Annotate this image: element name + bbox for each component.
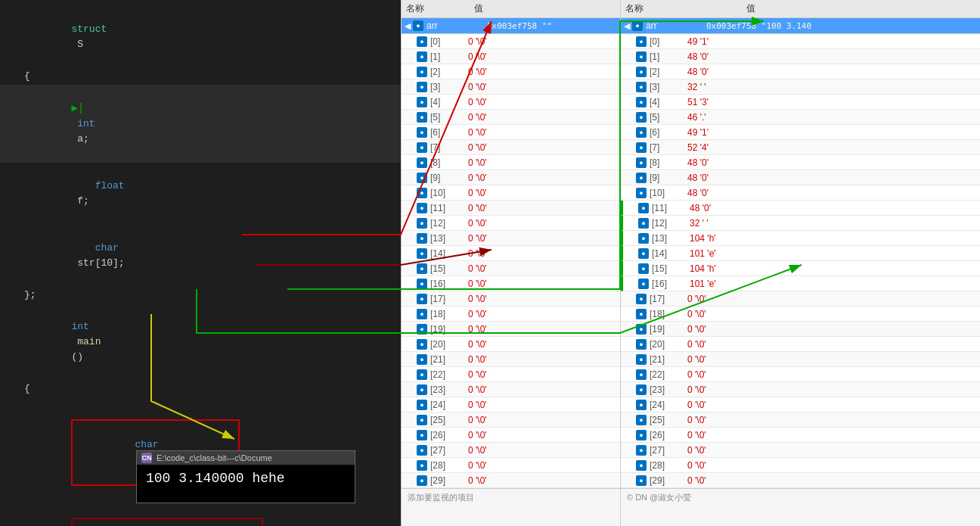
right-items-list: ● [0] 49 '1' ● [1] 48 '0' ● [2] 48 '0' ●… bbox=[621, 34, 980, 488]
row-icon: ● bbox=[417, 112, 427, 123]
middle-watch-row: ● [23] 0 '\0' bbox=[402, 382, 620, 397]
row-icon: ● bbox=[417, 188, 427, 198]
code-line-float: float f; bbox=[0, 163, 401, 225]
right-watch-row: ● [10] 48 '0' bbox=[621, 185, 980, 201]
row-icon: ● bbox=[638, 203, 649, 213]
right-watch-row: ● [0] 49 '1' bbox=[621, 34, 980, 49]
middle-watch-row: ● [12] 0 '\0' bbox=[402, 216, 620, 231]
right-watch-row: ● [1] 48 '0' bbox=[621, 49, 980, 64]
row-icon: ● bbox=[636, 67, 647, 77]
code-line-char-str: char str[10]; bbox=[0, 225, 401, 287]
row-icon: ● bbox=[636, 157, 647, 168]
middle-watch-row: ● [5] 0 '\0' bbox=[402, 110, 620, 125]
row-icon: ● bbox=[638, 248, 649, 259]
right-watch-row: ● [23] 0 '\0' bbox=[621, 382, 980, 397]
row-icon: ● bbox=[636, 369, 647, 380]
row-icon: ● bbox=[636, 415, 647, 425]
code-line-brace1: { bbox=[0, 68, 401, 85]
middle-watch-row: ● [7] 0 '\0' bbox=[402, 140, 620, 155]
middle-watch-row: ● [13] 0 '\0' bbox=[402, 231, 620, 246]
middle-watch-row: ● [18] 0 '\0' bbox=[402, 307, 620, 322]
middle-watch-row: ● [3] 0 '\0' bbox=[402, 79, 620, 95]
row-icon: ● bbox=[417, 82, 427, 92]
code-line-int-a: ▶| int a; bbox=[0, 85, 401, 163]
row-icon: ● bbox=[417, 475, 427, 486]
middle-watch-row: ● [14] 0 '\0' bbox=[402, 246, 620, 261]
middle-watch-row: ● [11] 0 '\0' bbox=[402, 201, 620, 216]
right-watch-row: ● [25] 0 '\0' bbox=[621, 412, 980, 428]
middle-watch-row: ● [24] 0 '\0' bbox=[402, 397, 620, 412]
middle-watch-row: ● [19] 0 '\0' bbox=[402, 322, 620, 337]
middle-watch-row: ● [22] 0 '\0' bbox=[402, 367, 620, 382]
middle-watch-row: ● [28] 0 '\0' bbox=[402, 458, 620, 473]
row-icon: ● bbox=[417, 173, 427, 183]
row-icon: ● bbox=[636, 384, 647, 395]
row-icon: ● bbox=[417, 324, 427, 335]
row-icon: ● bbox=[417, 157, 427, 168]
right-watch-row: ● [22] 0 '\0' bbox=[621, 367, 980, 382]
row-icon: ● bbox=[417, 263, 427, 274]
right-watch-row: ● [7] 52 '4' bbox=[621, 140, 980, 155]
watch-header: 名称 值 bbox=[402, 0, 620, 18]
row-icon: ● bbox=[636, 51, 647, 62]
collapse-icon: ◀ bbox=[405, 21, 411, 31]
middle-watch-row: ● [10] 0 '\0' bbox=[402, 185, 620, 201]
row-icon: ● bbox=[636, 82, 647, 92]
terminal-window: CN E:\code_c\class-bit---c\Docume 100 3.… bbox=[136, 450, 355, 503]
terminal-content: 100 3.140000 hehe bbox=[137, 465, 355, 503]
right-item-icon: ● bbox=[632, 20, 643, 31]
row-icon: ● bbox=[636, 97, 647, 107]
right-watch-row: ● [16] 101 'e' bbox=[621, 276, 980, 291]
right-header: 名称 值 bbox=[621, 0, 980, 18]
terminal-titlebar: CN E:\code_c\class-bit---c\Docume bbox=[137, 451, 355, 465]
code-panel: struct S { ▶| int a; float f; bbox=[0, 0, 401, 526]
row-icon: ● bbox=[417, 294, 427, 304]
row-icon: ● bbox=[636, 430, 647, 440]
middle-watch-row: ● [21] 0 '\0' bbox=[402, 352, 620, 367]
right-watch-row: ● [19] 0 '\0' bbox=[621, 322, 980, 337]
right-watch-row: ● [9] 48 '0' bbox=[621, 170, 980, 185]
row-icon: ● bbox=[417, 400, 427, 410]
right-watch-row: ● [4] 51 '3' bbox=[621, 95, 980, 110]
middle-watch-row: ● [25] 0 '\0' bbox=[402, 412, 620, 428]
middle-watch-row: ● [0] 0 '\0' bbox=[402, 34, 620, 49]
right-watch-row: ● [5] 46 '.' bbox=[621, 110, 980, 125]
right-watch-row: ● [21] 0 '\0' bbox=[621, 352, 980, 367]
middle-watch-row: ● [29] 0 '\0' bbox=[402, 473, 620, 488]
right-watch-row: ● [28] 0 '\0' bbox=[621, 458, 980, 473]
row-icon: ● bbox=[417, 142, 427, 153]
row-icon: ● bbox=[417, 339, 427, 350]
right-watch-row: ● [17] 0 '\0' bbox=[621, 291, 980, 307]
row-icon: ● bbox=[638, 263, 649, 274]
row-icon: ● bbox=[636, 142, 647, 153]
middle-watch-row: ● [1] 0 '\0' bbox=[402, 49, 620, 64]
main-container: struct S { ▶| int a; float f; bbox=[0, 0, 980, 526]
row-icon: ● bbox=[636, 309, 647, 319]
row-icon: ● bbox=[417, 384, 427, 395]
row-icon: ● bbox=[636, 400, 647, 410]
row-icon: ● bbox=[636, 127, 647, 138]
right-watch-panel: 名称 值 ◀ ● arr 0x003ef758 "100 3.140 ● [0]… bbox=[620, 0, 980, 526]
debug-arrow-icon: ▶| bbox=[71, 102, 84, 114]
row-icon: ● bbox=[638, 218, 649, 229]
right-watch-row: ● [12] 32 ' ' bbox=[621, 216, 980, 231]
code-line-main: int main () bbox=[0, 303, 401, 381]
middle-watch-row: ● [27] 0 '\0' bbox=[402, 443, 620, 458]
code-line-struct: struct S bbox=[0, 6, 401, 68]
row-icon: ● bbox=[417, 203, 427, 213]
row-icon: ● bbox=[417, 309, 427, 319]
right-watch-row: ● [26] 0 '\0' bbox=[621, 428, 980, 443]
row-icon: ● bbox=[636, 354, 647, 365]
row-icon: ● bbox=[417, 67, 427, 77]
row-icon: ● bbox=[636, 460, 647, 471]
right-arr-top-row[interactable]: ◀ ● arr 0x003ef758 "100 3.140 bbox=[621, 18, 980, 34]
middle-watch-row: ● [15] 0 '\0' bbox=[402, 261, 620, 276]
middle-watch-row: ● [8] 0 '\0' bbox=[402, 155, 620, 170]
right-collapse-icon: ◀ bbox=[624, 21, 630, 31]
middle-watch-row: ● [4] 0 '\0' bbox=[402, 95, 620, 110]
row-icon: ● bbox=[638, 233, 649, 244]
row-icon: ● bbox=[417, 248, 427, 259]
middle-watch-row: ● [2] 0 '\0' bbox=[402, 64, 620, 79]
watch-arr-top-row[interactable]: ◀ ● arr 0x003ef758 "" bbox=[402, 18, 620, 34]
right-watch-row: ● [15] 104 'h' bbox=[621, 261, 980, 276]
